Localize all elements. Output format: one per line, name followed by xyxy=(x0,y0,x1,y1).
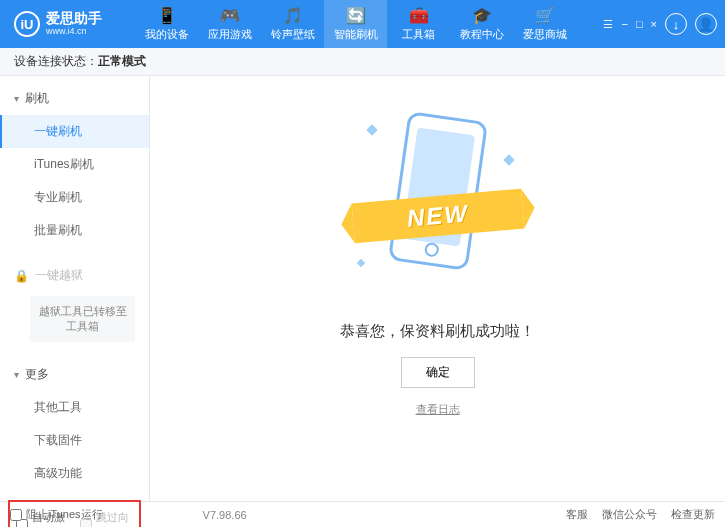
status-bar: 设备连接状态： 正常模式 xyxy=(0,48,725,76)
nav-my-device[interactable]: 📱我的设备 xyxy=(135,0,198,48)
block-itunes-checkbox[interactable]: 阻止iTunes运行 xyxy=(10,507,103,522)
footer-link-update[interactable]: 检查更新 xyxy=(671,507,715,522)
logo: iU 爱思助手 www.i4.cn xyxy=(0,11,135,37)
ok-button[interactable]: 确定 xyxy=(401,357,475,388)
status-label: 设备连接状态： xyxy=(14,53,98,70)
footer-link-wechat[interactable]: 微信公众号 xyxy=(602,507,657,522)
chevron-down-icon: ▾ xyxy=(14,93,19,104)
nav-ringtones[interactable]: 🎵铃声壁纸 xyxy=(261,0,324,48)
chevron-down-icon: ▾ xyxy=(14,369,19,380)
success-illustration: NEW xyxy=(358,106,518,306)
ringtone-icon: 🎵 xyxy=(284,7,302,25)
apps-icon: 🎮 xyxy=(221,7,239,25)
store-icon: 🛒 xyxy=(536,7,554,25)
tutorial-icon: 🎓 xyxy=(473,7,491,25)
top-nav: 📱我的设备 🎮应用游戏 🎵铃声壁纸 🔄智能刷机 🧰工具箱 🎓教程中心 🛒爱思商城 xyxy=(135,0,576,48)
status-value: 正常模式 xyxy=(98,53,146,70)
sidebar-item-other-tools[interactable]: 其他工具 xyxy=(0,391,149,424)
app-url: www.i4.cn xyxy=(46,27,102,37)
sidebar-head-flash[interactable]: ▾刷机 xyxy=(0,82,149,115)
flash-icon: 🔄 xyxy=(347,7,365,25)
maximize-button[interactable]: □ xyxy=(636,18,643,30)
minimize-button[interactable]: − xyxy=(621,18,627,30)
sidebar-item-pro-flash[interactable]: 专业刷机 xyxy=(0,181,149,214)
main-content: NEW 恭喜您，保资料刷机成功啦！ 确定 查看日志 xyxy=(150,76,725,501)
header-right: ☰ − □ × ↓ 👤 xyxy=(603,13,725,35)
sidebar-item-batch-flash[interactable]: 批量刷机 xyxy=(0,214,149,247)
nav-tutorials[interactable]: 🎓教程中心 xyxy=(450,0,513,48)
close-button[interactable]: × xyxy=(651,18,657,30)
phone-illustration-icon xyxy=(387,111,487,271)
lock-icon: 🔒 xyxy=(14,269,29,283)
result-message: 恭喜您，保资料刷机成功啦！ xyxy=(340,322,535,341)
footer-link-support[interactable]: 客服 xyxy=(566,507,588,522)
nav-toolbox[interactable]: 🧰工具箱 xyxy=(387,0,450,48)
device-icon: 📱 xyxy=(158,7,176,25)
new-ribbon: NEW xyxy=(351,189,524,244)
nav-store[interactable]: 🛒爱思商城 xyxy=(513,0,576,48)
app-header: iU 爱思助手 www.i4.cn 📱我的设备 🎮应用游戏 🎵铃声壁纸 🔄智能刷… xyxy=(0,0,725,48)
sidebar-item-itunes-flash[interactable]: iTunes刷机 xyxy=(0,148,149,181)
version-label: V7.98.66 xyxy=(203,509,247,521)
sidebar-item-one-key-flash[interactable]: 一键刷机 xyxy=(0,115,149,148)
jailbreak-moved-note: 越狱工具已转移至工具箱 xyxy=(30,296,135,342)
logo-icon: iU xyxy=(14,11,40,37)
sidebar-head-jailbreak: 🔒一键越狱 xyxy=(0,259,149,292)
sidebar-item-advanced[interactable]: 高级功能 xyxy=(0,457,149,490)
download-button[interactable]: ↓ xyxy=(665,13,687,35)
sidebar: ▾刷机 一键刷机 iTunes刷机 专业刷机 批量刷机 🔒一键越狱 越狱工具已转… xyxy=(0,76,150,501)
app-title: 爱思助手 xyxy=(46,11,102,26)
user-button[interactable]: 👤 xyxy=(695,13,717,35)
nav-apps-games[interactable]: 🎮应用游戏 xyxy=(198,0,261,48)
toolbox-icon: 🧰 xyxy=(410,7,428,25)
sidebar-head-more[interactable]: ▾更多 xyxy=(0,358,149,391)
nav-smart-flash[interactable]: 🔄智能刷机 xyxy=(324,0,387,48)
view-log-link[interactable]: 查看日志 xyxy=(416,402,460,417)
sidebar-item-download-firmware[interactable]: 下载固件 xyxy=(0,424,149,457)
settings-button[interactable]: ☰ xyxy=(603,18,613,31)
